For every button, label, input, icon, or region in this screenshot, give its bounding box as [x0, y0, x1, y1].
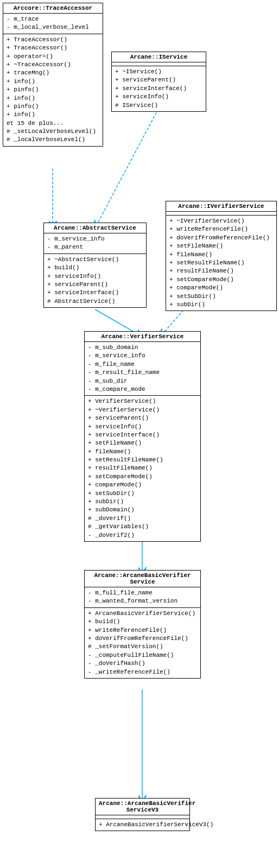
verifierservice-methods: + VerifierService() + ~VerifierService()…: [85, 396, 200, 541]
iverifierservice-box: Arcane::IVerifierService + ~IVerifierSer…: [166, 201, 277, 311]
iverifierservice-divider: [166, 212, 276, 216]
arcanebasicverifierv3-title: Arcane::ArcaneBasicVerifierServiceV3: [96, 799, 189, 815]
arcanebasicverifierv3-divider: [96, 815, 189, 819]
arcanebasicverifier-fields: - m_full_file_name - m_wanted_format_ver…: [85, 587, 200, 608]
traceaccessor-title: Arccore::TraceAccessor: [3, 3, 103, 14]
arcanebasicverifier-methods: + ArcaneBasicVerifierService() + build()…: [85, 608, 200, 678]
diagram-container: Arccore::TraceAccessor - m_trace - m_loc…: [0, 0, 279, 868]
abstractservice-box: Arcane::AbstractService - m_service_info…: [43, 223, 147, 308]
iservice-methods: + ~IService() + serviceParent() + servic…: [112, 66, 206, 111]
abstractservice-fields: - m_service_info - m_parent: [44, 233, 146, 254]
abstractservice-methods: + ~AbstractService() + build() + service…: [44, 254, 146, 307]
arcanebasicverifier-title: Arcane::ArcaneBasicVerifierService: [85, 571, 200, 587]
iservice-box: Arcane::IService + ~IService() + service…: [111, 52, 206, 112]
iverifierservice-methods: + ~IVerifierService() + writeReferenceFi…: [166, 216, 276, 311]
abstractservice-title: Arcane::AbstractService: [44, 223, 146, 233]
iservice-divider: [112, 62, 206, 66]
verifierservice-title: Arcane::VerifierService: [85, 332, 200, 342]
arcanebasicverifierv3-box: Arcane::ArcaneBasicVerifierServiceV3 + A…: [95, 798, 190, 831]
field-m_local_verbose_level: - m_local_verbose_level: [7, 23, 99, 31]
verifierservice-box: Arcane::VerifierService - m_sub_domain -…: [84, 331, 201, 542]
verifierservice-fields: - m_sub_domain - m_service_info - m_file…: [85, 342, 200, 396]
iverifierservice-title: Arcane::IVerifierService: [166, 201, 276, 212]
field-m_trace: - m_trace: [7, 15, 99, 23]
iservice-title: Arcane::IService: [112, 52, 206, 62]
arcanebasicverifierv3-methods: + ArcaneBasicVerifierServiceV3(): [96, 819, 189, 831]
arcanebasicverifier-box: Arcane::ArcaneBasicVerifierService - m_f…: [84, 570, 201, 679]
traceaccessor-methods: + TraceAccessor() + TraceAccessor() + op…: [3, 34, 103, 146]
svg-line-1: [95, 109, 158, 228]
traceaccessor-fields: - m_trace - m_local_verbose_level: [3, 14, 103, 34]
tracecessor-box: Arccore::TraceAccessor - m_trace - m_loc…: [3, 3, 103, 147]
